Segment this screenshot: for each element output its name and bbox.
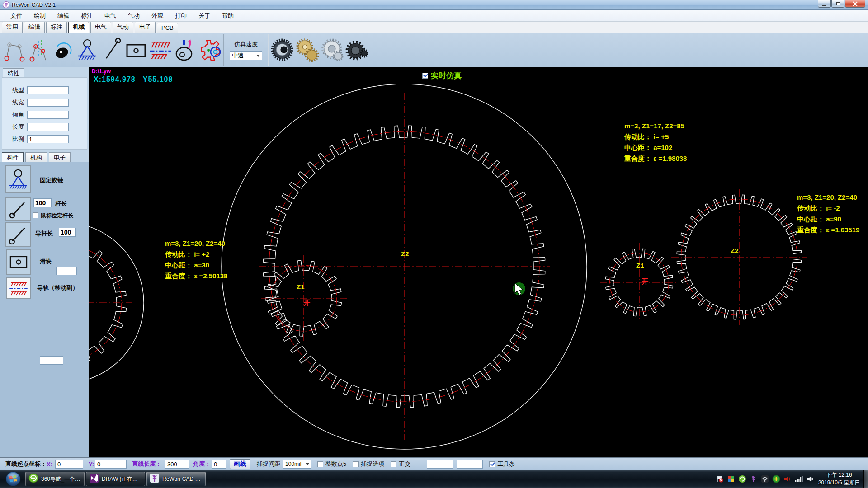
linewidth-field[interactable]	[27, 99, 69, 107]
realtime-sim-checkbox[interactable]	[422, 73, 428, 79]
system-tray	[713, 470, 815, 488]
minimize-button[interactable]	[818, 0, 831, 8]
crank-rocker-icon[interactable]	[26, 35, 51, 66]
gear-hub	[351, 47, 359, 55]
integer-points-checkbox[interactable]	[317, 461, 323, 467]
scale-field[interactable]	[27, 135, 69, 143]
ribbon-tab-编辑[interactable]: 编辑	[24, 22, 45, 33]
incline-field[interactable]	[27, 111, 69, 119]
rod-length-field[interactable]	[33, 198, 52, 207]
toolbar-visible-checkbox[interactable]	[489, 461, 495, 467]
y-label: Y:	[89, 461, 94, 468]
action-center-flag-icon[interactable]	[715, 474, 724, 483]
menu-item-标注[interactable]: 标注	[75, 10, 99, 21]
drawing-canvas[interactable]: D:\1.yw X:1594.978 Y55.108 实时仿真 Z2Z1开Z1开…	[89, 67, 868, 457]
ribbon-tab-常用[interactable]: 常用	[2, 22, 23, 33]
menu-item-气动[interactable]: 气动	[122, 10, 146, 21]
taskbar-button-label: 360导航_一个主...	[41, 475, 81, 483]
rod-component[interactable]	[5, 197, 31, 221]
slider-icon[interactable]	[124, 35, 148, 66]
clock-time: 下午 12:16	[816, 471, 862, 479]
gear-silver-pair-icon[interactable]	[319, 35, 344, 66]
menu-item-编辑[interactable]: 编辑	[52, 10, 75, 21]
length-field[interactable]	[27, 123, 69, 131]
toolbar-visible-label: 工具条	[497, 460, 515, 468]
show-desktop-button[interactable]	[863, 470, 868, 488]
ortho-checkbox[interactable]	[391, 461, 396, 467]
ribbon-tab-电气[interactable]: 电气	[90, 22, 111, 33]
gear-gold-pair-icon[interactable]	[295, 35, 319, 66]
menu-item-电气[interactable]: 电气	[99, 10, 122, 21]
safety-plus-icon[interactable]	[772, 474, 781, 483]
extra-value-field[interactable]	[40, 356, 63, 365]
ribbon-tab-机械[interactable]: 机械	[68, 22, 89, 33]
gear-label-开-4: 开	[642, 277, 648, 286]
four-bar-linkage-icon[interactable]	[2, 35, 26, 66]
sim-speed-dropdown[interactable]: 中速	[230, 51, 262, 60]
taskbar-button-visual-studio-icon[interactable]: DRAW (正在运行...	[86, 472, 145, 486]
rod-icon[interactable]	[99, 35, 124, 66]
app-grid-icon[interactable]	[726, 474, 736, 483]
snap-options-checkbox[interactable]	[353, 461, 359, 467]
slider-value-field[interactable]	[56, 267, 77, 275]
fixed-hinge-component[interactable]	[5, 165, 31, 193]
menu-item-打印[interactable]: 打印	[169, 10, 193, 21]
line-length-field[interactable]	[165, 460, 189, 469]
linetype-field[interactable]	[27, 86, 69, 94]
x-coordinate-field[interactable]	[55, 460, 83, 469]
guide-rod-component[interactable]	[5, 222, 31, 247]
geneva-mechanism-icon[interactable]	[197, 35, 222, 66]
extra-field-1[interactable]	[427, 460, 453, 469]
clock-date: 2019/10/6 星期日	[816, 479, 862, 487]
restore-button[interactable]	[831, 0, 844, 8]
rail-component[interactable]	[6, 277, 31, 299]
gear-label-开-2: 开	[303, 299, 310, 307]
linetype-label: 线型	[2, 86, 27, 94]
extra-field-2[interactable]	[457, 460, 483, 469]
menu-item-文件[interactable]: 文件	[5, 10, 28, 21]
ribbon-tab-PCB[interactable]: PCB	[157, 23, 178, 33]
signal-bars-icon[interactable]	[794, 474, 803, 483]
gear-outline	[89, 240, 127, 366]
menu-item-关于[interactable]: 关于	[193, 10, 216, 21]
rod-length-label: 杆长	[55, 200, 67, 208]
integer-points-label: 整数点5	[326, 460, 346, 468]
close-icon	[853, 1, 858, 6]
menu-item-帮助[interactable]: 帮助	[216, 10, 240, 21]
mouse-rod-checkbox[interactable]	[33, 212, 38, 218]
volume-icon[interactable]	[806, 474, 815, 483]
taskbar-button-360-browser-icon[interactable]: 360导航_一个主...	[25, 472, 85, 486]
red-speaker-icon[interactable]	[783, 474, 792, 483]
slider-component[interactable]	[6, 249, 31, 275]
close-button[interactable]	[845, 0, 865, 8]
y-coordinate-field[interactable]	[95, 460, 127, 469]
taskbar-button-rewon-cad-icon[interactable]: ReWon-CAD V2.1	[146, 472, 206, 486]
clock[interactable]: 下午 12:16 2019/10/6 星期日	[816, 471, 862, 487]
rewon-tray-icon[interactable]	[749, 474, 758, 483]
ribbon-tab-标注[interactable]: 标注	[46, 22, 67, 33]
360-tray-icon[interactable]	[738, 474, 747, 483]
ribbon-tab-气动[interactable]: 气动	[113, 22, 133, 33]
wifi-tray-icon[interactable]	[760, 474, 769, 483]
guide-rod-field[interactable]	[59, 228, 76, 237]
fixed-hinge-icon[interactable]	[75, 35, 99, 66]
gear-steel-icon[interactable]	[270, 35, 295, 66]
start-button[interactable]	[5, 470, 22, 488]
chain-sprocket-icon[interactable]	[344, 35, 368, 66]
angle-field[interactable]	[212, 460, 226, 469]
visual-studio-icon	[89, 473, 99, 485]
draw-line-button[interactable]: 画线	[230, 459, 250, 469]
cam-follower-icon[interactable]	[51, 35, 75, 66]
toolbar-separator	[268, 34, 269, 66]
gear-annotation-0: m=3, Z1=20, Z2=40 传动比： i= +2 中心距： a=30 重…	[165, 238, 227, 282]
menu-item-绘制[interactable]: 绘制	[28, 10, 52, 21]
toolbar: 仿真速度 中速	[0, 33, 868, 67]
statusbar: 直线起点坐标： X: Y: 直线长度： 角度： 画线 捕捉间距 100mil 整…	[0, 457, 868, 470]
window-title: ReWon-CAD V2.1	[12, 2, 56, 8]
snap-spacing-dropdown[interactable]: 100mil	[283, 460, 311, 469]
rotary-drive-icon[interactable]	[173, 35, 197, 66]
guide-rail-icon[interactable]	[148, 35, 173, 66]
menu-item-外观[interactable]: 外观	[146, 10, 169, 21]
ribbon-tab-电子[interactable]: 电子	[135, 22, 156, 33]
gear-label-Z2-0: Z2	[401, 250, 409, 258]
